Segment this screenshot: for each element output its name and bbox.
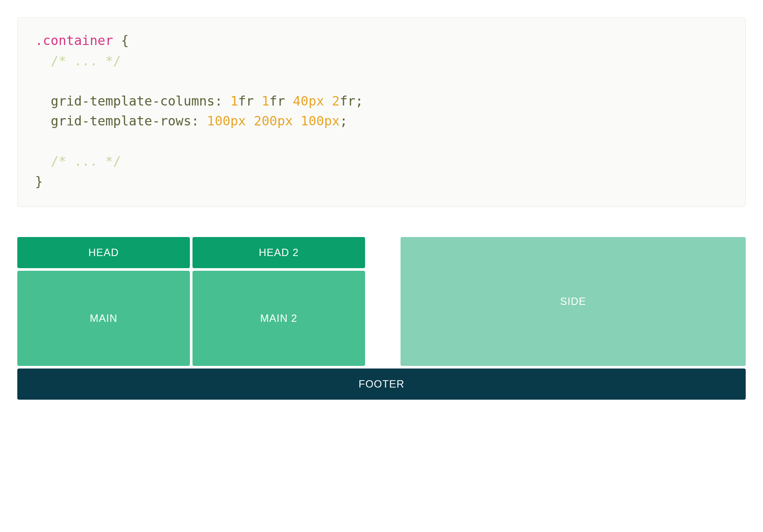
code-cols-n2: 1 [262, 93, 269, 109]
grid-cell-main-2: MAIN 2 [192, 271, 365, 366]
grid-cell-side: SIDE [401, 237, 746, 366]
code-colon: : [215, 93, 230, 109]
grid-cell-footer: FOOTER [17, 369, 746, 400]
code-block: .container { /* ... */ grid-template-col… [17, 17, 746, 207]
code-cols-u2: fr [269, 93, 293, 109]
code-indent [35, 93, 51, 109]
code-cols-n3: 40px [293, 93, 332, 109]
code-comment-1: /* ... */ [51, 53, 121, 68]
code-prop-cols: grid-template-columns [51, 93, 215, 109]
code-prop-rows: grid-template-rows [51, 113, 191, 128]
code-rows-n3: 100px [301, 113, 340, 128]
code-colon: : [191, 113, 207, 128]
grid-cell-head-2: HEAD 2 [192, 237, 365, 268]
code-selector: .container [35, 33, 113, 48]
grid-cell-main-1: MAIN [17, 271, 190, 366]
code-rows-n1: 100px [207, 113, 253, 128]
code-cols-u1: fr [238, 93, 262, 109]
code-indent [35, 113, 51, 128]
code-comment-2: /* ... */ [51, 154, 121, 169]
code-semicolon: ; [356, 93, 363, 109]
code-indent [35, 154, 51, 169]
grid-demo: HEAD HEAD 2 MAIN MAIN 2 SIDE FOOTER [17, 237, 746, 400]
code-rows-n2: 200px [254, 113, 301, 128]
code-semicolon: ; [340, 113, 347, 128]
code-indent [35, 53, 51, 68]
code-brace-open: { [113, 33, 129, 48]
code-brace-close: } [35, 174, 43, 189]
grid-cell-head-1: HEAD [17, 237, 190, 268]
code-cols-n4: 2 [332, 93, 340, 109]
code-cols-n1: 1 [231, 93, 238, 109]
code-cols-u4: fr [340, 93, 355, 109]
